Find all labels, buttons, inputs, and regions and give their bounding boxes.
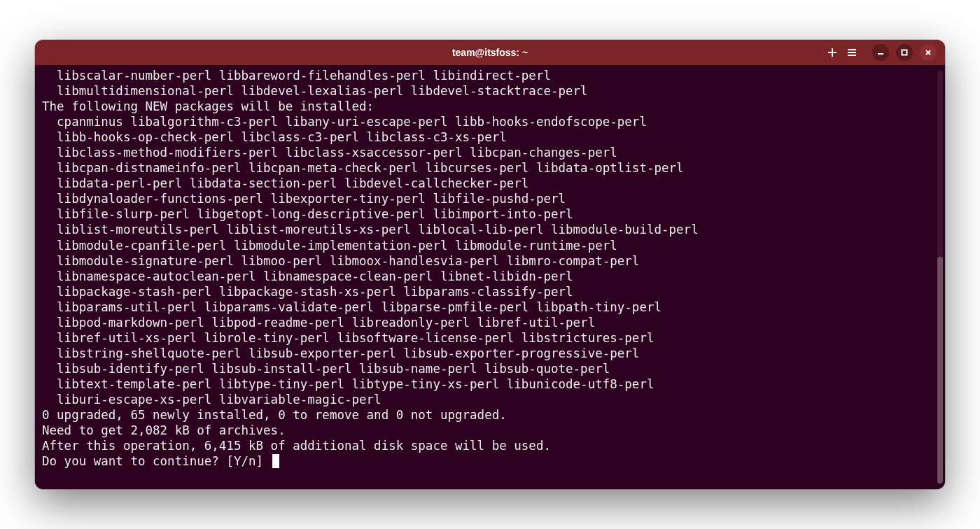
terminal-body[interactable]: libscalar-number-perl libbareword-fileha… xyxy=(35,65,945,489)
terminal-window: team@itsfoss: ~ xyxy=(35,40,945,489)
minimize-button[interactable] xyxy=(872,44,889,61)
scrollbar[interactable] xyxy=(937,71,943,484)
menu-button[interactable] xyxy=(847,47,857,58)
close-icon xyxy=(925,49,932,56)
maximize-button[interactable] xyxy=(896,44,913,61)
maximize-icon xyxy=(901,49,908,56)
hamburger-icon xyxy=(847,48,857,57)
window-title: team@itsfoss: ~ xyxy=(141,47,839,58)
new-tab-button[interactable] xyxy=(827,47,837,58)
minimize-icon xyxy=(877,49,884,56)
terminal-cursor xyxy=(272,454,279,468)
svg-rect-6 xyxy=(902,50,907,55)
window-controls-group xyxy=(872,44,937,61)
close-button[interactable] xyxy=(920,44,937,61)
plus-icon xyxy=(827,48,837,57)
scrollbar-thumb[interactable] xyxy=(937,257,943,484)
terminal-output: libscalar-number-perl libbareword-fileha… xyxy=(42,68,938,469)
window-titlebar: team@itsfoss: ~ xyxy=(35,40,945,65)
titlebar-controls xyxy=(839,44,937,61)
